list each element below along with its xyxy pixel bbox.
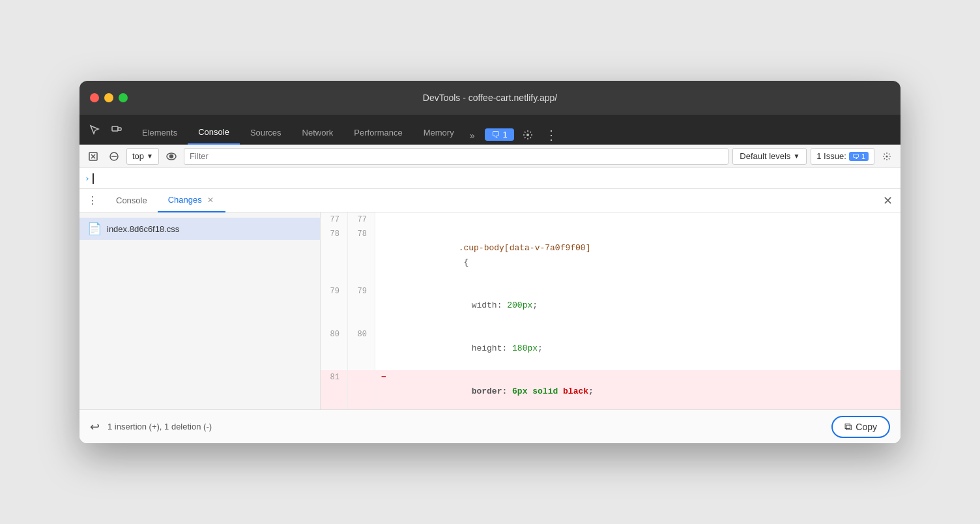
line-num-right: 79 bbox=[348, 284, 375, 327]
drawer-content: 📄 index.8d6c6f18.css 77 77 bbox=[79, 212, 901, 409]
drawer-menu-button[interactable]: ⋮ bbox=[85, 193, 100, 209]
device-toolbar-button[interactable] bbox=[107, 120, 126, 139]
more-options-button[interactable]: ⋮ bbox=[541, 125, 561, 145]
svg-point-10 bbox=[886, 155, 888, 157]
minimize-button[interactable] bbox=[104, 93, 113, 102]
drawer-tabs: ⋮ Console Changes ✕ ✕ bbox=[79, 189, 901, 212]
revert-button[interactable]: ↩ bbox=[90, 420, 100, 434]
diff-footer: ↩ 1 insertion (+), 1 deletion (-) ⧉ Copy bbox=[79, 409, 901, 443]
diff-summary: 1 insertion (+), 1 deletion (-) bbox=[108, 422, 824, 431]
console-settings-button[interactable] bbox=[878, 148, 895, 165]
console-prompt: › bbox=[85, 173, 90, 183]
console-input-row: › bbox=[79, 168, 901, 189]
log-levels-selector[interactable]: Default levels ▼ bbox=[732, 148, 807, 165]
stop-button[interactable] bbox=[106, 148, 122, 165]
eye-button[interactable] bbox=[163, 148, 180, 165]
tab-network[interactable]: Network bbox=[292, 121, 344, 145]
css-file-icon: 📄 bbox=[87, 222, 102, 236]
tab-memory[interactable]: Memory bbox=[413, 121, 465, 145]
line-num-left: 78 bbox=[321, 227, 348, 284]
svg-rect-0 bbox=[112, 126, 118, 131]
issue-badge[interactable]: 1 Issue: 🗨 1 bbox=[811, 148, 874, 165]
svg-rect-1 bbox=[118, 128, 121, 130]
diff-line: 79 79 width: 200px; bbox=[321, 284, 901, 327]
file-name: index.8d6c6f18.css bbox=[107, 224, 179, 234]
svg-point-9 bbox=[169, 154, 173, 158]
drawer-tab-console[interactable]: Console bbox=[106, 189, 158, 212]
copy-icon: ⧉ bbox=[844, 421, 852, 433]
line-num-left: 80 bbox=[321, 327, 348, 370]
badge-icon: 🗨 bbox=[491, 130, 500, 139]
tab-performance[interactable]: Performance bbox=[343, 121, 412, 145]
line-num-left: 81 bbox=[321, 370, 348, 409]
line-num-right: 78 bbox=[348, 227, 375, 284]
traffic-lights bbox=[90, 93, 128, 102]
inspect-element-button[interactable] bbox=[85, 120, 104, 139]
console-cursor bbox=[93, 173, 94, 184]
diff-line: 77 77 bbox=[321, 212, 901, 227]
close-drawer-button[interactable]: ✕ bbox=[880, 193, 895, 209]
tab-elements[interactable]: Elements bbox=[132, 121, 188, 145]
console-toolbar: top ▼ Default levels ▼ 1 Issue: 🗨 1 bbox=[79, 145, 901, 168]
top-toolbar: Elements Console Sources Network Perform… bbox=[79, 115, 901, 145]
chevron-down-icon: ▼ bbox=[147, 153, 153, 160]
diff-line: 80 80 height: 180px; bbox=[321, 327, 901, 370]
close-button[interactable] bbox=[90, 93, 99, 102]
line-num-left: 79 bbox=[321, 284, 348, 327]
chevron-down-icon: ▼ bbox=[793, 153, 800, 160]
drawer-tab-changes[interactable]: Changes ✕ bbox=[158, 189, 225, 212]
maximize-button[interactable] bbox=[119, 93, 128, 102]
devtools-window: DevTools - coffee-cart.netlify.app/ Elem… bbox=[79, 81, 901, 443]
copy-button[interactable]: ⧉ Copy bbox=[831, 416, 890, 438]
line-num-right: 77 bbox=[348, 212, 375, 227]
diff-line: 78 78 .cup-body[data-v-7a0f9f00] { bbox=[321, 227, 901, 284]
line-num-left: 77 bbox=[321, 212, 348, 227]
drawer: ⋮ Console Changes ✕ ✕ 📄 index.8d6c6f18.c… bbox=[79, 189, 901, 443]
tab-console[interactable]: Console bbox=[188, 121, 240, 145]
file-item[interactable]: 📄 index.8d6c6f18.css bbox=[79, 218, 320, 240]
line-num-right: 80 bbox=[348, 327, 375, 370]
more-tabs-button[interactable]: » bbox=[465, 126, 480, 145]
settings-button[interactable] bbox=[518, 125, 538, 145]
filter-input[interactable] bbox=[184, 148, 728, 165]
file-tree: 📄 index.8d6c6f18.css bbox=[79, 212, 321, 409]
close-changes-tab[interactable]: ✕ bbox=[206, 196, 215, 205]
window-title: DevTools - coffee-cart.netlify.app/ bbox=[423, 93, 557, 103]
console-count-badge[interactable]: 🗨 1 bbox=[485, 128, 513, 141]
diff-view: 77 77 78 78 .cup-body[data-v-7a0f9f00] bbox=[321, 212, 901, 409]
line-num-right bbox=[348, 370, 375, 409]
context-selector[interactable]: top ▼ bbox=[126, 148, 159, 165]
issue-count-badge: 🗨 1 bbox=[849, 152, 869, 161]
titlebar: DevTools - coffee-cart.netlify.app/ bbox=[79, 81, 901, 115]
diff-line-removed: 81 − border: 6px solid black; bbox=[321, 370, 901, 409]
svg-point-2 bbox=[526, 134, 529, 136]
tab-sources[interactable]: Sources bbox=[240, 121, 292, 145]
clear-console-button[interactable] bbox=[85, 148, 102, 165]
